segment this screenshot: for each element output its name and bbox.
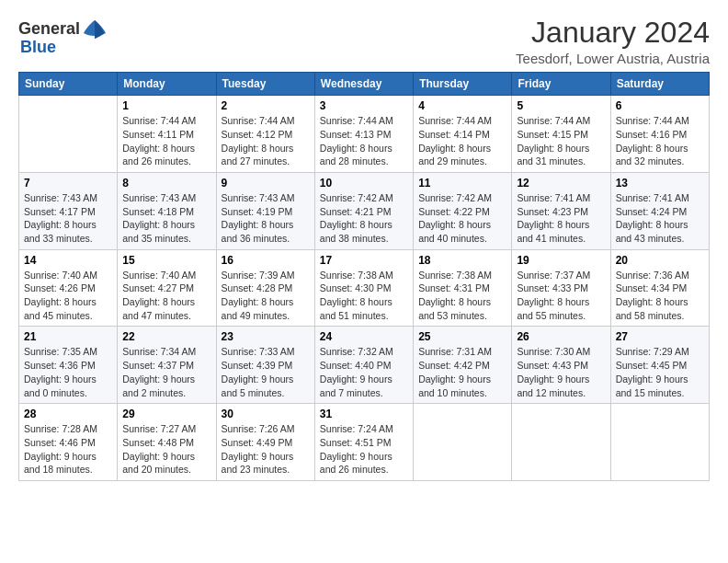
calendar-cell xyxy=(19,96,118,173)
day-number: 12 xyxy=(517,177,605,190)
daylight-text-line2: and 20 minutes. xyxy=(122,463,210,477)
calendar-cell: 18Sunrise: 7:38 AMSunset: 4:31 PMDayligh… xyxy=(414,249,512,327)
calendar-cell: 12Sunrise: 7:41 AMSunset: 4:23 PMDayligh… xyxy=(512,172,610,249)
day-number: 7 xyxy=(24,177,112,190)
daylight-text-line2: and 45 minutes. xyxy=(24,309,112,323)
sunset-text: Sunset: 4:40 PM xyxy=(320,359,408,373)
daylight-text-line1: Daylight: 8 hours xyxy=(517,218,605,232)
sunrise-text: Sunrise: 7:41 AM xyxy=(517,191,605,205)
day-number: 10 xyxy=(320,177,408,190)
day-info: Sunrise: 7:44 AMSunset: 4:11 PMDaylight:… xyxy=(122,114,210,168)
page: General Blue January 2024 Teesdorf, Lowe… xyxy=(0,0,728,563)
daylight-text-line1: Daylight: 8 hours xyxy=(222,295,310,309)
daylight-text-line1: Daylight: 8 hours xyxy=(122,295,210,309)
sunrise-text: Sunrise: 7:37 AM xyxy=(517,269,605,282)
weekday-header-sunday: Sunday xyxy=(19,73,118,96)
daylight-text-line2: and 12 minutes. xyxy=(517,386,605,400)
sunset-text: Sunset: 4:51 PM xyxy=(320,436,408,450)
daylight-text-line1: Daylight: 8 hours xyxy=(320,142,408,155)
day-info: Sunrise: 7:39 AMSunset: 4:28 PMDaylight:… xyxy=(222,269,310,323)
calendar-cell: 20Sunrise: 7:36 AMSunset: 4:34 PMDayligh… xyxy=(610,249,709,327)
daylight-text-line2: and 51 minutes. xyxy=(320,309,408,323)
calendar-table: SundayMondayTuesdayWednesdayThursdayFrid… xyxy=(18,72,710,481)
sunset-text: Sunset: 4:46 PM xyxy=(24,436,112,450)
day-info: Sunrise: 7:31 AMSunset: 4:42 PMDaylight:… xyxy=(418,345,506,399)
sunrise-text: Sunrise: 7:31 AM xyxy=(418,345,506,359)
daylight-text-line1: Daylight: 8 hours xyxy=(320,295,408,309)
sunrise-text: Sunrise: 7:29 AM xyxy=(616,345,704,359)
day-number: 18 xyxy=(418,254,506,267)
calendar-cell xyxy=(610,404,709,481)
weekday-header-saturday: Saturday xyxy=(610,73,709,96)
calendar-cell: 16Sunrise: 7:39 AMSunset: 4:28 PMDayligh… xyxy=(216,249,314,327)
day-number: 22 xyxy=(122,330,210,343)
day-number: 5 xyxy=(517,99,605,112)
sunset-text: Sunset: 4:34 PM xyxy=(616,282,704,295)
daylight-text-line1: Daylight: 8 hours xyxy=(222,218,310,232)
calendar-cell: 23Sunrise: 7:33 AMSunset: 4:39 PMDayligh… xyxy=(216,327,314,404)
daylight-text-line1: Daylight: 9 hours xyxy=(222,450,310,464)
daylight-text-line2: and 41 minutes. xyxy=(517,232,605,246)
sunset-text: Sunset: 4:21 PM xyxy=(320,205,408,219)
weekday-header-monday: Monday xyxy=(118,73,216,96)
daylight-text-line2: and 26 minutes. xyxy=(320,463,408,477)
sunset-text: Sunset: 4:42 PM xyxy=(418,359,506,373)
daylight-text-line2: and 5 minutes. xyxy=(222,386,310,400)
sunrise-text: Sunrise: 7:24 AM xyxy=(320,422,408,436)
daylight-text-line2: and 35 minutes. xyxy=(122,232,210,246)
calendar-cell xyxy=(414,404,512,481)
daylight-text-line2: and 31 minutes. xyxy=(517,155,605,168)
sunset-text: Sunset: 4:28 PM xyxy=(222,282,310,295)
location-title: Teesdorf, Lower Austria, Austria xyxy=(516,51,710,66)
calendar-week-row: 1Sunrise: 7:44 AMSunset: 4:11 PMDaylight… xyxy=(19,96,710,173)
day-number: 9 xyxy=(222,177,310,190)
day-number: 28 xyxy=(24,408,112,420)
day-info: Sunrise: 7:44 AMSunset: 4:12 PMDaylight:… xyxy=(222,114,310,168)
day-number: 20 xyxy=(616,254,704,267)
sunset-text: Sunset: 4:22 PM xyxy=(418,205,506,219)
calendar-cell: 21Sunrise: 7:35 AMSunset: 4:36 PMDayligh… xyxy=(19,327,118,404)
calendar-cell: 2Sunrise: 7:44 AMSunset: 4:12 PMDaylight… xyxy=(216,96,314,173)
day-info: Sunrise: 7:44 AMSunset: 4:15 PMDaylight:… xyxy=(517,114,605,168)
weekday-header-wednesday: Wednesday xyxy=(314,73,413,96)
sunrise-text: Sunrise: 7:43 AM xyxy=(122,191,210,205)
daylight-text-line2: and 18 minutes. xyxy=(24,463,112,477)
day-info: Sunrise: 7:35 AMSunset: 4:36 PMDaylight:… xyxy=(24,345,112,399)
sunset-text: Sunset: 4:33 PM xyxy=(517,282,605,295)
logo: General Blue xyxy=(18,17,108,57)
daylight-text-line1: Daylight: 8 hours xyxy=(122,218,210,232)
day-info: Sunrise: 7:38 AMSunset: 4:30 PMDaylight:… xyxy=(320,269,408,323)
weekday-header-friday: Friday xyxy=(512,73,610,96)
sunrise-text: Sunrise: 7:40 AM xyxy=(122,269,210,282)
sunrise-text: Sunrise: 7:42 AM xyxy=(418,191,506,205)
day-number: 31 xyxy=(320,408,408,420)
sunrise-text: Sunrise: 7:26 AM xyxy=(222,422,310,436)
day-number: 3 xyxy=(320,99,408,112)
daylight-text-line2: and 29 minutes. xyxy=(418,155,506,168)
sunrise-text: Sunrise: 7:42 AM xyxy=(320,191,408,205)
calendar-cell: 11Sunrise: 7:42 AMSunset: 4:22 PMDayligh… xyxy=(414,172,512,249)
calendar-cell: 3Sunrise: 7:44 AMSunset: 4:13 PMDaylight… xyxy=(314,96,413,173)
daylight-text-line1: Daylight: 9 hours xyxy=(122,373,210,386)
sunset-text: Sunset: 4:31 PM xyxy=(418,282,506,295)
calendar-cell: 19Sunrise: 7:37 AMSunset: 4:33 PMDayligh… xyxy=(512,249,610,327)
calendar-cell: 17Sunrise: 7:38 AMSunset: 4:30 PMDayligh… xyxy=(314,249,413,327)
daylight-text-line1: Daylight: 9 hours xyxy=(616,373,704,386)
sunset-text: Sunset: 4:39 PM xyxy=(222,359,310,373)
sunrise-text: Sunrise: 7:44 AM xyxy=(616,114,704,128)
day-info: Sunrise: 7:37 AMSunset: 4:33 PMDaylight:… xyxy=(517,269,605,323)
daylight-text-line2: and 47 minutes. xyxy=(122,309,210,323)
day-info: Sunrise: 7:41 AMSunset: 4:24 PMDaylight:… xyxy=(616,191,704,246)
weekday-header-thursday: Thursday xyxy=(414,73,512,96)
day-number: 25 xyxy=(418,330,506,343)
logo-blue: Blue xyxy=(20,39,56,57)
day-number: 6 xyxy=(616,99,704,112)
sunset-text: Sunset: 4:24 PM xyxy=(616,205,704,219)
sunrise-text: Sunrise: 7:38 AM xyxy=(418,269,506,282)
sunset-text: Sunset: 4:15 PM xyxy=(517,128,605,142)
sunrise-text: Sunrise: 7:44 AM xyxy=(320,114,408,128)
calendar-cell: 10Sunrise: 7:42 AMSunset: 4:21 PMDayligh… xyxy=(314,172,413,249)
daylight-text-line1: Daylight: 8 hours xyxy=(418,295,506,309)
title-block: January 2024 Teesdorf, Lower Austria, Au… xyxy=(516,17,710,66)
day-info: Sunrise: 7:30 AMSunset: 4:43 PMDaylight:… xyxy=(517,345,605,399)
